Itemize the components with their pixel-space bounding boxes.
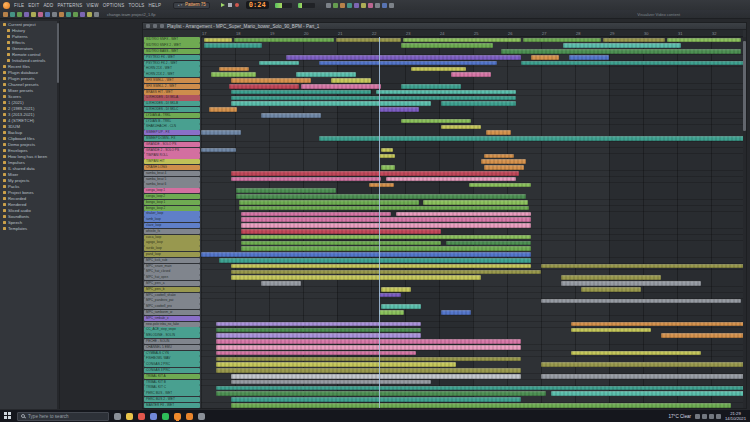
track-header[interactable]: tamb_loop: [144, 217, 200, 222]
track-header[interactable]: MPC_cowbell_shake: [144, 293, 200, 298]
track-header[interactable]: SWEEP UP - FX: [144, 130, 200, 135]
track-header[interactable]: bongo_loop 2: [144, 206, 200, 211]
taskbar-search[interactable]: Type here to search: [17, 412, 109, 421]
playlist-clip[interactable]: [484, 165, 524, 170]
track-header[interactable]: MPC_hat_closed: [144, 269, 200, 274]
playlist-clip[interactable]: [231, 177, 381, 182]
taskbar-clock[interactable]: 21:29 14/10/2021: [725, 411, 746, 421]
pattern-selector[interactable]: ▲▼ Pattern 75: [173, 2, 210, 9]
paint-tool-icon[interactable]: [10, 12, 15, 17]
playlist-clip[interactable]: [401, 43, 493, 48]
track-header[interactable]: MPC_kick_sub: [144, 258, 200, 263]
file-explorer-icon[interactable]: [126, 413, 133, 420]
overdub-icon[interactable]: [94, 12, 99, 17]
track-header[interactable]: MPC_perc_b: [144, 287, 200, 292]
track-header[interactable]: FISHBOWL WAV: [144, 356, 200, 361]
metronome-icon[interactable]: [375, 3, 380, 8]
record-arm-icon[interactable]: [80, 12, 85, 17]
track-header[interactable]: HORN 21X 2 - WET: [144, 72, 200, 77]
playlist-clip[interactable]: [216, 345, 521, 350]
playlist-ruler[interactable]: 17181920212223242526272829303132: [201, 30, 743, 37]
playlist-clip[interactable]: [336, 38, 401, 43]
plugin-picker-icon[interactable]: [361, 3, 366, 8]
playlist-clip[interactable]: [551, 391, 743, 396]
track-header[interactable]: MPC_cowbell_pro: [144, 304, 200, 309]
playlist-clip[interactable]: [561, 275, 661, 280]
playlist-clip[interactable]: [234, 38, 334, 43]
playlist-clip[interactable]: [216, 328, 421, 333]
track-header[interactable]: conga_loop 1: [144, 188, 200, 193]
playlist-clip[interactable]: [216, 339, 521, 344]
playlist-clip[interactable]: [469, 183, 531, 188]
playlist-titlebar[interactable]: Playlist - Arrangement - MPC_Super_Mario…: [143, 23, 746, 30]
mute-tool-icon[interactable]: [24, 12, 29, 17]
playlist-clip[interactable]: [231, 96, 516, 101]
playlist-clip[interactable]: [231, 171, 519, 176]
obs-icon[interactable]: [198, 413, 205, 420]
play-button[interactable]: [221, 3, 225, 7]
track-header[interactable]: TRIBAL KIT C: [144, 385, 200, 390]
delete-tool-icon[interactable]: [17, 12, 22, 17]
playlist-clip[interactable]: [209, 107, 237, 112]
track-header[interactable]: shaker_loop: [144, 211, 200, 216]
playlist-clip[interactable]: [446, 241, 531, 246]
track-header[interactable]: whistle_fx: [144, 229, 200, 234]
record-button[interactable]: [235, 3, 239, 7]
track-header[interactable]: TRIBAL KIT A: [144, 374, 200, 379]
playlist-clip[interactable]: [411, 67, 466, 72]
playlist-clip[interactable]: [403, 38, 521, 43]
playlist-clip[interactable]: [216, 322, 421, 327]
playlist-clip[interactable]: [319, 136, 743, 141]
pattern-spinner-icon[interactable]: ▲▼: [177, 4, 183, 7]
chrome-icon[interactable]: [138, 413, 145, 420]
playlist-clip[interactable]: [401, 119, 471, 124]
task-view-icon[interactable]: [114, 413, 121, 420]
track-header[interactable]: SIDTRIO BASS - WET: [144, 49, 200, 54]
track-header[interactable]: pand_loop: [144, 252, 200, 257]
playlist-draw-icon[interactable]: [160, 24, 164, 28]
playlist-grid[interactable]: [201, 37, 743, 408]
playlist-clip[interactable]: [259, 61, 299, 66]
playlist-clip[interactable]: [204, 38, 232, 43]
playlist-clip[interactable]: [229, 84, 299, 89]
playlist-clip[interactable]: [239, 200, 419, 205]
fl-logo-icon[interactable]: [3, 2, 10, 9]
playlist-clip[interactable]: [401, 84, 461, 89]
track-header[interactable]: HORN 21X - WET: [144, 66, 200, 71]
playlist-clip[interactable]: [441, 310, 471, 315]
playlist-clip[interactable]: [319, 61, 497, 66]
playlist-icon[interactable]: [340, 3, 345, 8]
playlist-clip[interactable]: [216, 362, 456, 367]
playlist-clip[interactable]: [296, 72, 356, 77]
notification-icon[interactable]: [716, 414, 721, 419]
playlist-clip[interactable]: [569, 55, 609, 60]
playlist-clip[interactable]: [561, 281, 701, 286]
playlist-clip[interactable]: [603, 38, 665, 43]
playlist-clip[interactable]: [216, 333, 421, 338]
playlist-clip[interactable]: [541, 362, 743, 367]
track-header[interactable]: samba_beat 4: [144, 171, 200, 176]
menu-add[interactable]: ADD: [42, 3, 54, 8]
playlist-clip[interactable]: [231, 101, 431, 106]
mixer-icon[interactable]: [326, 3, 331, 8]
playlist-clip[interactable]: [571, 351, 701, 356]
track-header[interactable]: SHAKUHACHI - CLN: [144, 124, 200, 129]
playlist-clip[interactable]: [231, 380, 431, 385]
playlist-clip[interactable]: [219, 67, 249, 72]
playlist-clip[interactable]: [523, 38, 601, 43]
track-header[interactable]: TIMPANI ROLL: [144, 153, 200, 158]
midi-activity-icon[interactable]: [389, 3, 394, 8]
browser-item-templates[interactable]: Templates: [0, 225, 59, 231]
menu-tools[interactable]: TOOLS: [127, 3, 145, 8]
playlist-clip[interactable]: [241, 223, 531, 228]
typing-keyboard-icon[interactable]: [382, 3, 387, 8]
browser-scrollbar[interactable]: [57, 21, 59, 409]
playlist-clip[interactable]: [541, 299, 741, 304]
pointer-tool-icon[interactable]: [3, 12, 8, 17]
track-header[interactable]: PERC BUS - WET: [144, 391, 200, 396]
playlist-clip[interactable]: [379, 107, 419, 112]
playlist-clip[interactable]: [581, 287, 641, 292]
playlist-clip[interactable]: [241, 229, 441, 234]
playlist-clip[interactable]: [486, 130, 511, 135]
track-header[interactable]: PSYTRIO FX - WET: [144, 55, 200, 60]
